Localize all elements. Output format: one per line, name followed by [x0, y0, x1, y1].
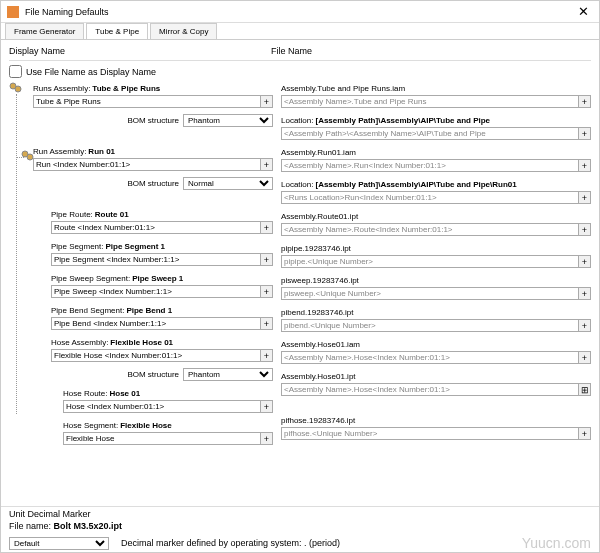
pipe-sweep-label: Pipe Sweep Segment: [51, 274, 130, 283]
hose-asm-input[interactable] [51, 349, 261, 362]
plus-button[interactable]: + [260, 285, 273, 298]
runs-asm-label: Runs Assembly: [33, 84, 90, 93]
app-icon [7, 6, 19, 18]
loc2-val: [Assembly Path]\Assembly\AIP\Tube and Pi… [315, 180, 516, 189]
svg-point-3 [27, 154, 33, 160]
tab-frame-generator[interactable]: Frame Generator [5, 23, 84, 39]
loc2-input[interactable] [281, 191, 579, 204]
plus-button[interactable]: + [578, 223, 591, 236]
run-asm-label: Run Assembly: [33, 147, 86, 156]
fn-pipe-bend-input[interactable] [281, 319, 579, 332]
pipe-seg-input[interactable] [51, 253, 261, 266]
use-filename-checkbox[interactable] [9, 65, 22, 78]
hose-seg-input[interactable] [63, 432, 261, 445]
loc1-val: [Assembly Path]\Assembly\AIP\Tube and Pi… [315, 116, 490, 125]
pipe-bend-input[interactable] [51, 317, 261, 330]
hose-seg-label: Hose Segment: [63, 421, 118, 430]
plus-button[interactable]: + [578, 319, 591, 332]
assembly-icon [21, 150, 35, 162]
hose-route-input[interactable] [63, 400, 261, 413]
bom-label: BOM structure [127, 370, 179, 379]
plus-button[interactable]: + [260, 95, 273, 108]
tab-tube-pipe[interactable]: Tube & Pipe [86, 23, 148, 39]
fn-runs-asm-label: Assembly.Tube and Pipe Runs.iam [281, 84, 405, 93]
fn-pipe-bend-label: pibend.19283746.ipt [281, 308, 354, 317]
pipe-seg-label: Pipe Segment: [51, 242, 103, 251]
fn-pipe-route-label: Assembly.Route01.ipt [281, 212, 358, 221]
decimal-note: Decimal marker defined by operating syst… [121, 538, 340, 548]
bom-select[interactable]: Normal [183, 177, 273, 190]
runs-asm-input[interactable] [33, 95, 261, 108]
tabs: Frame Generator Tube & Pipe Mirror & Cop… [1, 23, 599, 40]
plus-button[interactable]: + [578, 191, 591, 204]
fn-hose-seg-label: pifhose.19283746.ipt [281, 416, 355, 425]
run-asm-val: Run 01 [88, 147, 115, 156]
plus-button[interactable]: + [578, 255, 591, 268]
tree-icons [9, 82, 33, 502]
fn-hose-seg-input[interactable] [281, 427, 579, 440]
runs-asm-val: Tube & Pipe Runs [92, 84, 160, 93]
filename-example-label: File name: [9, 521, 51, 531]
use-filename-label: Use File Name as Display Name [26, 67, 156, 77]
hose-asm-label: Hose Assembly: [51, 338, 108, 347]
bom-label: BOM structure [127, 116, 179, 125]
plus-button[interactable]: + [260, 317, 273, 330]
fn-pipe-sweep-label: pisweep.19283746.ipt [281, 276, 359, 285]
window-title: File Naming Defaults [25, 7, 574, 17]
plus-button[interactable]: ⊞ [578, 383, 591, 396]
fn-pipe-sweep-input[interactable] [281, 287, 579, 300]
fn-pipe-route-input[interactable] [281, 223, 579, 236]
assembly-icon [9, 82, 23, 94]
plus-button[interactable]: + [578, 427, 591, 440]
fn-runs-asm-input[interactable] [281, 95, 579, 108]
fn-pipe-seg-input[interactable] [281, 255, 579, 268]
watermark: Yuucn.com [522, 535, 591, 551]
plus-button[interactable]: + [260, 158, 273, 171]
bom-select[interactable]: Phantom [183, 368, 273, 381]
pipe-seg-val: Pipe Segment 1 [105, 242, 165, 251]
run-asm-input[interactable] [33, 158, 261, 171]
plus-button[interactable]: + [260, 432, 273, 445]
fn-run-asm-input[interactable] [281, 159, 579, 172]
fn-run-asm-label: Assembly.Run01.iam [281, 148, 356, 157]
bom-label: BOM structure [127, 179, 179, 188]
pipe-route-label: Pipe Route: [51, 210, 93, 219]
hose-route-val: Hose 01 [109, 389, 140, 398]
plus-button[interactable]: + [578, 95, 591, 108]
plus-button[interactable]: + [260, 349, 273, 362]
tab-mirror-copy[interactable]: Mirror & Copy [150, 23, 217, 39]
loc1-input[interactable] [281, 127, 579, 140]
svg-point-1 [15, 86, 21, 92]
hose-route-label: Hose Route: [63, 389, 107, 398]
file-name-header: File Name [271, 46, 591, 56]
fn-hose-asm2-input[interactable] [281, 383, 579, 396]
fn-hose-asm2-label: Assembly.Hose01.ipt [281, 372, 356, 381]
pipe-route-val: Route 01 [95, 210, 129, 219]
bom-select[interactable]: Phantom [183, 114, 273, 127]
decimal-select[interactable]: Default [9, 537, 109, 550]
pipe-route-input[interactable] [51, 221, 261, 234]
pipe-sweep-val: Pipe Sweep 1 [132, 274, 183, 283]
plus-button[interactable]: + [578, 127, 591, 140]
loc1-label: Location: [281, 116, 313, 125]
pipe-bend-val: Pipe Bend 1 [126, 306, 172, 315]
plus-button[interactable]: + [260, 221, 273, 234]
hose-seg-val: Flexible Hose [120, 421, 172, 430]
filename-example-val: Bolt M3.5x20.ipt [54, 521, 123, 531]
display-name-header: Display Name [9, 46, 271, 56]
close-icon[interactable]: ✕ [574, 4, 593, 19]
hose-asm-val: Flexible Hose 01 [110, 338, 173, 347]
fn-pipe-seg-label: pipipe.19283746.ipt [281, 244, 351, 253]
pipe-bend-label: Pipe Bend Segment: [51, 306, 124, 315]
fn-hose-asm-input[interactable] [281, 351, 579, 364]
pipe-sweep-input[interactable] [51, 285, 261, 298]
plus-button[interactable]: + [260, 253, 273, 266]
plus-button[interactable]: + [578, 351, 591, 364]
plus-button[interactable]: + [578, 159, 591, 172]
plus-button[interactable]: + [260, 400, 273, 413]
decimal-section-label: Unit Decimal Marker [9, 509, 591, 519]
plus-button[interactable]: + [578, 287, 591, 300]
loc2-label: Location: [281, 180, 313, 189]
fn-hose-asm-label: Assembly.Hose01.iam [281, 340, 360, 349]
